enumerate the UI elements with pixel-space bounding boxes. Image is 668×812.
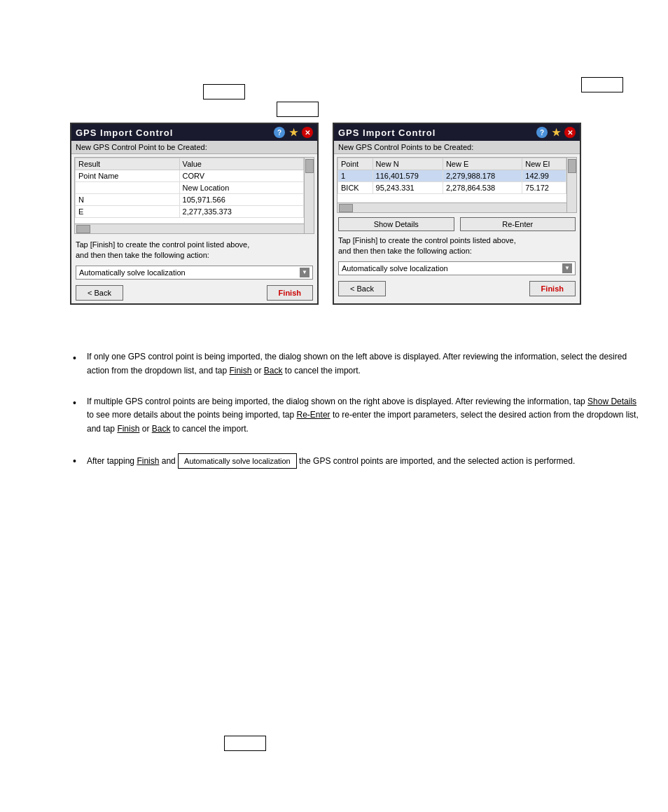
cell-n: 95,243.331 xyxy=(373,182,443,194)
reenter-button[interactable]: Re-Enter xyxy=(460,217,576,231)
dialog1-instruction: Tap [Finish] to create the control point… xyxy=(71,237,317,264)
dialog1-title: GPS Import Control xyxy=(76,128,173,138)
col-new-e: New E xyxy=(443,158,522,170)
scrollbar-thumb[interactable] xyxy=(305,159,314,173)
dialog2-icons: ? ★ ✕ xyxy=(536,127,576,138)
dialog1-subtitle: New GPS Control Point to be Created: xyxy=(71,141,317,154)
close-icon[interactable]: ✕ xyxy=(302,127,313,138)
star-icon[interactable]: ★ xyxy=(288,127,299,138)
bullet3: • xyxy=(73,453,76,469)
finish-link2: Finish xyxy=(117,424,139,434)
cell-value: New Location xyxy=(179,182,303,194)
col-value: Value xyxy=(179,158,303,170)
dialog2-buttons: < Back Finish xyxy=(334,278,580,299)
table-row: E 2,277,335.373 xyxy=(76,206,314,218)
top-box-center xyxy=(277,102,319,117)
help-icon[interactable]: ? xyxy=(274,127,285,138)
cell-el: 142.99 xyxy=(522,170,566,182)
dialog2-subtitle: New GPS Control Points to be Created: xyxy=(334,141,580,154)
col-new-el: New El xyxy=(522,158,566,170)
cell-label: N xyxy=(76,194,180,206)
table-row: N 105,971.566 xyxy=(76,194,314,206)
show-details-button[interactable]: Show Details xyxy=(338,217,454,231)
section3: • After tapping Finish and Automatically… xyxy=(70,453,644,469)
table-row: Point Name CORV xyxy=(76,170,314,182)
body-content: • If only one GPS control point is being… xyxy=(70,350,644,486)
dropdown-value: Automatically solve localization xyxy=(79,268,186,277)
dialog1-back-button[interactable]: < Back xyxy=(76,285,123,301)
dialog1-buttons: < Back Finish xyxy=(71,282,317,303)
dropdown-arrow-icon[interactable]: ▼ xyxy=(562,263,572,273)
dialog2-table-container: Point New N New E New El 1 116,401.579 2… xyxy=(337,157,577,213)
section2: • If multiple GPS control points are bei… xyxy=(70,395,644,436)
dialog2-instruction: Tap [Finish] to create the control point… xyxy=(334,233,580,260)
cell-value: CORV xyxy=(179,170,303,182)
dialog1-titlebar: GPS Import Control ? ★ ✕ xyxy=(71,124,317,141)
dialog2-title: GPS Import Control xyxy=(338,128,436,138)
section1-text: If only one GPS control point is being i… xyxy=(87,352,627,376)
section3-text: After tapping Finish and Automatically s… xyxy=(87,456,575,466)
dialog1-table: Result Value Point Name CORV New Locatio… xyxy=(75,158,314,218)
dialog1-finish-button[interactable]: Finish xyxy=(267,285,313,301)
dialog-single-point: GPS Import Control ? ★ ✕ New GPS Control… xyxy=(70,123,319,305)
dropdown-arrow-icon[interactable]: ▼ xyxy=(300,268,309,277)
close-icon[interactable]: ✕ xyxy=(564,127,576,138)
finish-link3: Finish xyxy=(137,456,159,466)
cell-e: 2,279,988.178 xyxy=(443,170,522,182)
star-icon[interactable]: ★ xyxy=(550,127,562,138)
scrollbar-horizontal[interactable] xyxy=(75,223,304,233)
dialog-multiple-points: GPS Import Control ? ★ ✕ New GPS Control… xyxy=(333,123,581,305)
cell-point: BICK xyxy=(338,182,373,194)
reenter-link: Re-Enter xyxy=(297,410,330,420)
bottom-box xyxy=(224,736,266,751)
cell-e: 2,278,864.538 xyxy=(443,182,522,194)
table-row: 1 116,401.579 2,279,988.178 142.99 xyxy=(338,170,576,182)
cell-label xyxy=(76,182,180,194)
scrollbar-thumb[interactable] xyxy=(568,159,576,173)
bullet1: • xyxy=(73,350,76,366)
cell-label: E xyxy=(76,206,180,218)
auto-solve-box: Automatically solve localization xyxy=(178,453,297,469)
dialog2-back-button[interactable]: < Back xyxy=(338,281,386,296)
scrollbar-horizontal[interactable] xyxy=(338,202,566,212)
cell-el: 75.172 xyxy=(522,182,566,194)
show-details-link: Show Details xyxy=(587,397,636,406)
dialog2-table: Point New N New E New El 1 116,401.579 2… xyxy=(338,158,576,194)
finish-link: Finish xyxy=(229,366,251,376)
table-row: BICK 95,243.331 2,278,864.538 75.172 xyxy=(338,182,576,194)
back-link2: Back xyxy=(152,424,171,434)
dialog2-action-buttons: Show Details Re-Enter xyxy=(334,216,580,233)
bullet2: • xyxy=(73,395,76,411)
dialog2-titlebar: GPS Import Control ? ★ ✕ xyxy=(334,124,580,141)
section2-text: If multiple GPS control points are being… xyxy=(87,397,639,434)
top-box-left xyxy=(203,84,245,99)
cell-label: Point Name xyxy=(76,170,180,182)
scrollbar-h-thumb[interactable] xyxy=(76,225,90,233)
dialog1-dropdown-row: Automatically solve localization ▼ xyxy=(71,264,317,282)
dialog2-dropdown[interactable]: Automatically solve localization ▼ xyxy=(338,261,576,275)
scrollbar-h-thumb[interactable] xyxy=(339,204,353,212)
col-new-n: New N xyxy=(373,158,443,170)
dialog1-icons: ? ★ ✕ xyxy=(274,127,313,138)
cell-n: 116,401.579 xyxy=(373,170,443,182)
dialog1-dropdown[interactable]: Automatically solve localization ▼ xyxy=(76,266,313,280)
dialogs-row: GPS Import Control ? ★ ✕ New GPS Control… xyxy=(70,123,581,305)
col-result: Result xyxy=(76,158,180,170)
table-row: New Location xyxy=(76,182,314,194)
back-link: Back xyxy=(264,366,283,376)
dialog1-table-container: Result Value Point Name CORV New Locatio… xyxy=(74,157,314,234)
scrollbar-vertical[interactable] xyxy=(304,158,314,233)
cell-value: 105,971.566 xyxy=(179,194,303,206)
dialog2-dropdown-row: Automatically solve localization ▼ xyxy=(334,260,580,278)
scrollbar-vertical[interactable] xyxy=(566,158,576,212)
dialog2-finish-button[interactable]: Finish xyxy=(529,281,576,296)
dropdown-value: Automatically solve localization xyxy=(342,264,448,273)
help-icon[interactable]: ? xyxy=(536,127,548,138)
section1: • If only one GPS control point is being… xyxy=(70,350,644,378)
cell-value: 2,277,335.373 xyxy=(179,206,303,218)
top-box-right xyxy=(581,77,623,92)
col-point: Point xyxy=(338,158,373,170)
cell-point: 1 xyxy=(338,170,373,182)
